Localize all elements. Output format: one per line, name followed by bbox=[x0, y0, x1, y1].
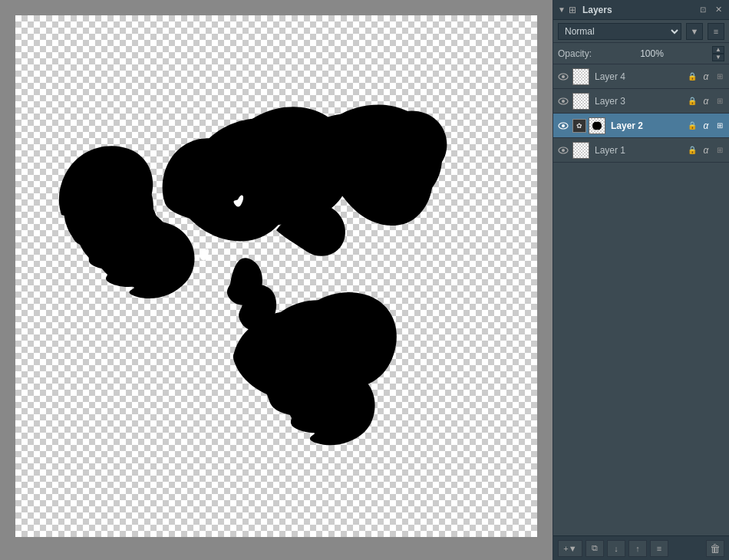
layer-visibility-toggle[interactable] bbox=[556, 94, 570, 108]
svg-point-5 bbox=[562, 124, 565, 127]
layer-thumbnail bbox=[589, 117, 605, 134]
layer-thumbnail bbox=[572, 68, 589, 85]
panel-close-button[interactable]: ✕ bbox=[712, 4, 724, 16]
canvas-wrapper bbox=[15, 15, 537, 537]
leaf-artwork bbox=[15, 15, 537, 537]
layer-merge-icon: ⊞ bbox=[714, 120, 726, 132]
opacity-down-button[interactable]: ▼ bbox=[712, 54, 724, 61]
delete-icon: 🗑 bbox=[710, 542, 721, 555]
layer-item[interactable]: Layer 1 🔒 α ⊞ bbox=[553, 138, 729, 163]
layer-name: Layer 4 bbox=[592, 71, 684, 82]
layer-lock-icon: 🔒 bbox=[686, 71, 698, 83]
duplicate-layer-button[interactable]: ⧉ bbox=[586, 540, 604, 557]
layer-name: Layer 3 bbox=[592, 96, 684, 107]
layer-item[interactable]: Layer 4 🔒 α ⊞ bbox=[553, 64, 729, 89]
opacity-row: Opacity: 100% ▲ ▼ bbox=[553, 43, 729, 64]
panel-pin-button[interactable]: ⊡ bbox=[697, 4, 709, 16]
options-icon: ≡ bbox=[657, 544, 661, 553]
layer-thumbnail bbox=[572, 93, 589, 110]
layer-name: Layer 1 bbox=[592, 145, 684, 156]
layer-visibility-toggle[interactable] bbox=[556, 143, 570, 157]
layers-toolbar: +▼ ⧉ ↓ ↑ ≡ 🗑 bbox=[553, 535, 729, 560]
svg-point-7 bbox=[562, 149, 565, 152]
layer-alpha-icon: α bbox=[700, 71, 712, 83]
layer-action-icons: 🔒 α ⊞ bbox=[686, 71, 726, 83]
layer-item-active[interactable]: ✿ Layer 2 🔒 α ⊞ bbox=[553, 114, 729, 138]
panel-title: Layers bbox=[582, 5, 694, 15]
layer-merge-icon: ⊞ bbox=[714, 95, 726, 107]
move-down-icon: ↓ bbox=[614, 544, 618, 553]
svg-point-3 bbox=[562, 100, 565, 103]
layer-lock-icon: 🔒 bbox=[686, 95, 698, 107]
layer-type-icon: ✿ bbox=[572, 119, 586, 133]
layer-options-button[interactable]: ≡ bbox=[650, 540, 668, 557]
move-layer-up-button[interactable]: ↑ bbox=[628, 540, 647, 557]
layer-alpha-icon: α bbox=[700, 144, 712, 156]
layer-name: Layer 2 bbox=[608, 120, 684, 131]
panel-layers-icon: ⊞ bbox=[569, 5, 576, 15]
svg-point-1 bbox=[562, 75, 565, 78]
layer-merge-icon: ⊞ bbox=[714, 71, 726, 83]
layers-panel: ▼ ⊞ Layers ⊡ ✕ Normal Multiply Screen Ov… bbox=[553, 0, 729, 560]
panel-collapse-icon[interactable]: ▼ bbox=[558, 5, 566, 14]
layer-filter-button[interactable]: ▼ bbox=[686, 23, 703, 40]
layers-list: Layer 4 🔒 α ⊞ Layer 3 🔒 α ⊞ bbox=[553, 64, 729, 535]
move-layer-down-button[interactable]: ↓ bbox=[607, 540, 625, 557]
layer-lock-icon: 🔒 bbox=[686, 144, 698, 156]
duplicate-icon: ⧉ bbox=[592, 543, 598, 553]
opacity-label: Opacity: bbox=[558, 48, 592, 59]
blend-mode-row: Normal Multiply Screen Overlay ▼ ≡ bbox=[553, 20, 729, 43]
layer-options-button[interactable]: ≡ bbox=[708, 23, 724, 40]
layer-action-icons: 🔒 α ⊞ bbox=[686, 144, 726, 156]
move-up-icon: ↑ bbox=[635, 544, 640, 553]
opacity-up-button[interactable]: ▲ bbox=[712, 46, 724, 54]
layer-visibility-toggle[interactable] bbox=[556, 119, 570, 133]
canvas-area bbox=[0, 0, 553, 560]
layer-action-icons: 🔒 α ⊞ bbox=[686, 95, 726, 107]
layer-lock-icon: 🔒 bbox=[686, 120, 698, 132]
canvas-content bbox=[15, 15, 537, 537]
layer-thumbnail bbox=[572, 142, 589, 159]
add-layer-button[interactable]: +▼ bbox=[558, 540, 582, 557]
opacity-value: 100% bbox=[595, 48, 709, 59]
layer-item[interactable]: Layer 3 🔒 α ⊞ bbox=[553, 89, 729, 114]
layer-action-icons: 🔒 α ⊞ bbox=[686, 120, 726, 132]
layer-alpha-icon: α bbox=[700, 95, 712, 107]
layer-merge-icon: ⊞ bbox=[714, 144, 726, 156]
layer-visibility-toggle[interactable] bbox=[556, 70, 570, 84]
delete-layer-button[interactable]: 🗑 bbox=[706, 540, 724, 557]
blend-mode-select[interactable]: Normal Multiply Screen Overlay bbox=[558, 23, 681, 40]
opacity-spinner[interactable]: ▲ ▼ bbox=[712, 46, 724, 61]
panel-header: ▼ ⊞ Layers ⊡ ✕ bbox=[553, 0, 729, 20]
layer-alpha-icon: α bbox=[700, 120, 712, 132]
